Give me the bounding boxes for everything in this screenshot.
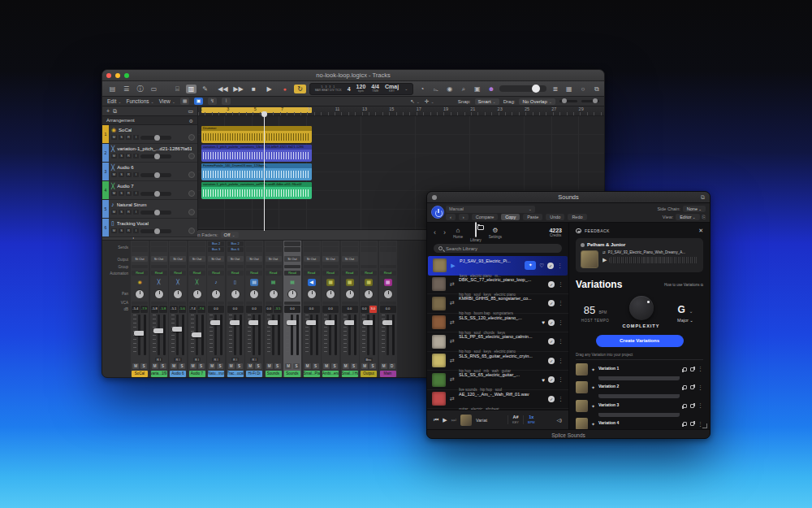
variations-help-link[interactable]: How to use Variations ⧉ [664,283,703,287]
downloaded-check-icon[interactable]: ✓ [548,319,555,326]
automation-mode-button[interactable]: Read [227,271,244,276]
channel-solo-button[interactable]: S [293,363,300,369]
bar-ruler[interactable]: 1357911131517192123252729 [198,106,604,115]
channel-strip[interactable]: St Out Read ▦ 0.0 [379,241,397,378]
record-enable-button[interactable]: R [126,135,132,140]
h-zoom-slider[interactable] [559,100,577,102]
channel-solo-button[interactable]: S [236,363,243,369]
fader-knob[interactable] [382,320,393,325]
variation-row[interactable]: ✦ Variation 2 ⋮ [576,379,703,397]
link-icon[interactable]: ⎘ [702,215,706,220]
track-header[interactable]: 1 ◉ SoCal M S R I [102,125,197,144]
record-input-buttons[interactable]: R I [231,358,239,362]
tuner-icon[interactable]: ◉ [444,85,455,93]
track-number[interactable]: 2 [102,144,109,162]
variation-more-icon[interactable]: ⋮ [698,366,703,372]
channel-strip[interactable]: St Out Read ╳ -5.1 -5.6 [169,241,187,378]
nav-forward-icon[interactable]: › [443,228,446,237]
channel-solo-button[interactable]: S [198,363,205,369]
record-input-buttons[interactable]: R I [193,358,201,362]
channel-mute-button[interactable]: M [190,363,197,369]
channel-name[interactable]: Output [361,371,377,377]
pan-knob[interactable] [173,289,183,299]
plugin-action-button[interactable]: Paste [523,214,542,220]
key-select[interactable]: G ⌄ Major ⌄ [667,302,703,323]
loop-icon[interactable]: ⇄ [449,396,456,402]
pan-knob[interactable] [249,289,259,299]
channel-name[interactable]: Trac...ocal [227,371,244,377]
pointer-tool-menu[interactable]: ↖ [410,98,420,105]
thumbs-up-icon[interactable] [683,367,687,371]
channel-solo-button[interactable]: S [217,363,223,369]
vca-slot[interactable] [361,302,377,305]
downloaded-check-icon[interactable]: ✓ [547,263,554,269]
track-pan-knob[interactable] [188,153,195,159]
track-pan-knob[interactable] [188,172,195,178]
pan-knob[interactable] [307,289,317,299]
mute-button[interactable]: M [111,154,117,158]
list-editors-icon[interactable]: ☰ [121,85,132,93]
track-pan-knob[interactable] [188,228,195,234]
track-volume-slider[interactable] [140,136,171,140]
channel-mute-button[interactable]: M [381,363,387,369]
pan-knob[interactable] [383,289,393,299]
send-slot[interactable]: Bus 2 [227,241,244,246]
secondary-tool-menu[interactable]: ✛ [425,98,434,105]
next-button[interactable]: ⏭ [451,417,456,423]
group-slot[interactable] [132,265,148,268]
channel-solo-button[interactable]: S [274,363,281,369]
channel-name[interactable]: varia...1f9 [151,371,167,377]
downloaded-check-icon[interactable]: ✓ [548,338,555,345]
plugin-action-button[interactable]: Compare [472,214,499,220]
channel-mute-button[interactable]: M [247,363,253,369]
player-key[interactable]: A#KEY [508,415,519,424]
track-volume-slider[interactable] [140,173,171,177]
output-button[interactable]: St Out [208,256,224,262]
v-zoom-slider[interactable] [581,100,599,102]
region-view-icon[interactable]: ▣ [194,98,203,105]
vca-slot[interactable] [304,302,320,305]
track-pan-knob[interactable] [188,209,195,215]
preset-prev-button[interactable]: ‹ [446,214,456,220]
track-pan-knob[interactable] [188,190,195,197]
downloaded-check-icon[interactable]: ✓ [548,396,555,402]
input-monitor-button[interactable]: I [133,228,139,233]
fader-knob[interactable] [344,320,355,325]
input-monitor-button[interactable]: I [133,210,139,215]
more-options-icon[interactable]: ⋮ [558,396,564,402]
channel-name[interactable]: Audio 7 [189,371,205,377]
complexity-knob[interactable] [629,296,654,320]
group-slot[interactable] [170,265,186,268]
playhead[interactable] [264,111,265,231]
group-slot[interactable] [361,265,377,268]
automation-mode-button[interactable]: Read [246,271,262,276]
pan-knob[interactable] [287,289,297,299]
channel-mute-button[interactable]: M [209,363,215,369]
record-input-buttons[interactable]: R I [250,358,257,362]
replace-icon[interactable]: ▣ [472,85,482,93]
play-button[interactable]: ▶ [263,85,275,93]
record-input-buttons[interactable]: R I [174,358,181,362]
downloaded-check-icon[interactable]: ✓ [548,300,555,306]
group-slot[interactable] [342,265,358,268]
automation-mode-button[interactable]: Read [170,271,186,276]
smart-controls-icon[interactable]: ▭ [149,85,159,93]
sample-row[interactable]: ⇄ ▶ AE_120_-_Am_-_Wah_Riff_01.wav guitar… [427,390,568,410]
notes-icon[interactable]: ○ [577,85,588,93]
variation-row[interactable]: ✦ Variation 1 ⋮ [576,360,703,379]
send-slot[interactable]: Bus 2 [208,241,224,246]
track-header-options-icon[interactable]: ▭ [188,108,193,115]
variation-row[interactable]: ✦ Variation 3 ⋮ [576,397,703,415]
track-number[interactable]: 5 [102,200,109,218]
vca-slot[interactable] [208,302,224,305]
side-chain-select[interactable]: None [683,206,706,212]
previous-button[interactable]: ⏮ [434,417,438,423]
solo-button[interactable]: S [119,135,124,140]
track-volume-slider[interactable] [140,154,171,158]
channel-strip[interactable]: St Out Read ◉ -5.4 -7.9 [131,241,149,378]
automation-mode-button[interactable]: Read [266,271,282,276]
automation-mode-button[interactable]: Read [132,271,148,276]
arrangement-header[interactable]: Arrangement ⚙ [102,116,197,125]
volume-knob[interactable] [532,85,540,93]
track-name[interactable]: Natural Strum [117,202,147,207]
